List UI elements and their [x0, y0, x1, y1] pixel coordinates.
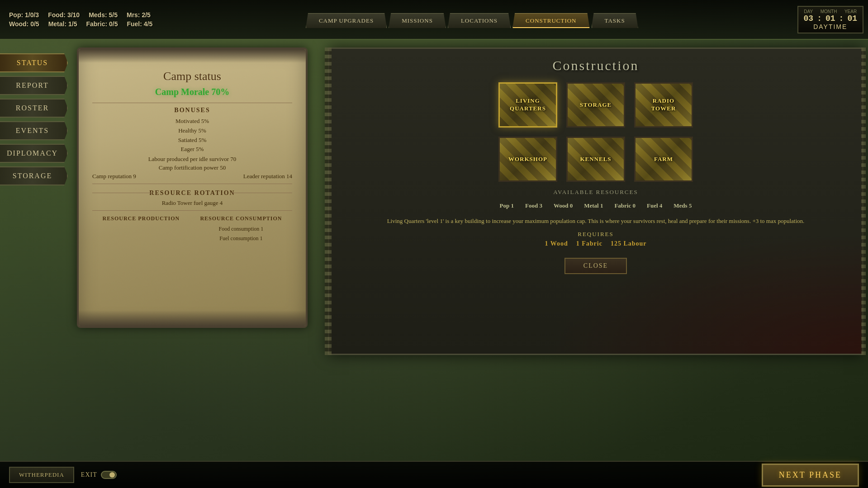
stat-fortification: Camp fortification power 50 [92, 164, 292, 171]
avail-pop: Pop 1 [500, 202, 514, 209]
avail-metal-val: Metal 1 [584, 202, 603, 209]
sidebar-item-diplomacy[interactable]: Diplomacy [0, 144, 68, 163]
camp-reputation: Camp reputation 9 [92, 173, 136, 180]
rotation-title-text: Resource Rotation [149, 190, 235, 196]
resource-consumption-col: Resource Consumption Food consumption 1 … [200, 215, 282, 243]
construction-panel: Construction LivingQuarters Storage Radi… [328, 47, 863, 355]
top-bar: Pop: 1/0/3 Food: 3/10 Meds: 5/5 Mrs: 2/5… [0, 0, 868, 40]
wood-resource: Wood: 0/5 [9, 20, 39, 28]
year-label: Year [844, 9, 857, 14]
datetime-box: Day Month Year 03 : 01 : 01 Daytime [797, 6, 863, 33]
building-farm-label: Farm [654, 156, 673, 163]
nav-missions[interactable]: Missions [389, 13, 446, 28]
fuel-consumption: Fuel consumption 1 [200, 234, 282, 243]
exit-button[interactable]: Exit [81, 471, 117, 479]
metal-resource: Metal: 1/5 [48, 20, 77, 28]
sidebar-item-status[interactable]: Status [0, 53, 68, 72]
resource-production-title: Resource Production [103, 215, 180, 222]
description-box: Living Quarters 'level 1' is a key build… [329, 213, 862, 251]
camp-status-content: Camp status Camp Morale 70% Bonuses Moti… [79, 63, 306, 250]
resources-display: Pop: 1/0/3 Food: 3/10 Meds: 5/5 Mrs: 2/5… [0, 8, 226, 31]
building-kennels-label: Kennels [580, 156, 611, 163]
panel-torn-top [79, 49, 306, 63]
leader-reputation: Leader reputation 14 [243, 173, 292, 180]
bonus-eager: Eager 5% [92, 145, 292, 154]
available-resources-section: Available Resources Pop 1 Food 3 Wood 0 … [329, 189, 862, 213]
avail-meds: Meds 5 [674, 202, 692, 209]
building-living-quarters-label: LivingQuarters [510, 97, 546, 113]
exit-toggle[interactable] [101, 471, 117, 479]
datetime-labels: Day Month Year [804, 9, 857, 14]
resources-row2: Wood: 0/5 Metal: 1/5 Fabric: 0/5 Fuel: 4… [9, 20, 217, 28]
radio-tower-fuel: Radio Tower fuel gauge 4 [92, 199, 292, 207]
sidebar-item-events[interactable]: Events [0, 121, 68, 140]
bonus-satiated: Satiated 5% [92, 136, 292, 145]
building-living-quarters[interactable]: LivingQuarters [498, 82, 557, 128]
fuel-resource: Fuel: 4/5 [127, 20, 152, 28]
available-resources-row: Pop 1 Food 3 Wood 0 Metal 1 Fabric 0 Fue… [329, 199, 862, 213]
bonus-healthy: Healthy 5% [92, 126, 292, 136]
datetime-values: 03 : 01 : 01 [804, 14, 857, 23]
panel-torn-bottom [79, 310, 306, 326]
resource-production-col: Resource Production [103, 215, 180, 243]
production-section: Resource Production Resource Consumption… [92, 215, 292, 243]
resource-consumption-title: Resource Consumption [200, 215, 282, 222]
building-radio-tower-label: RadioTower [651, 97, 676, 113]
nav-locations[interactable]: Locations [448, 13, 511, 28]
food-resource: Food: 3/10 [48, 11, 80, 19]
avail-wood-val: Wood 0 [554, 202, 573, 209]
building-storage[interactable]: Storage [566, 82, 625, 128]
witherpedia-button[interactable]: Witherpedia [9, 467, 74, 483]
nav-camp-upgrades[interactable]: Camp Upgrades [306, 13, 387, 28]
available-resources-title: Available Resources [329, 189, 862, 196]
stat-labour: Labour produced per idle survivor 70 [92, 156, 292, 163]
camp-morale: Camp Morale 70% [92, 87, 292, 97]
requires-items: 1 Wood 1 Fabric 125 Labour [343, 240, 849, 247]
pop-resource: Pop: 1/0/3 [9, 11, 39, 19]
day-value: 03 [804, 14, 814, 23]
building-radio-tower[interactable]: RadioTower [634, 82, 693, 128]
resources-row1: Pop: 1/0/3 Food: 3/10 Meds: 5/5 Mrs: 2/5 [9, 11, 217, 19]
building-farm[interactable]: Farm [634, 137, 693, 182]
next-phase-button[interactable]: Next Phase [762, 464, 859, 487]
description-text: Living Quarters 'level 1' is a key build… [343, 217, 849, 226]
top-navigation: Camp Upgrades Missions Locations Constru… [306, 11, 638, 28]
fabric-resource: Fabric: 0/5 [86, 20, 118, 28]
sidebar-item-storage[interactable]: Storage [0, 166, 68, 185]
construction-title: Construction [329, 49, 862, 78]
daytime-label: Daytime [804, 23, 857, 30]
sidebar-item-roster[interactable]: Roster [0, 99, 68, 118]
food-consumption: Food consumption 1 [200, 224, 282, 233]
stat-reputation: Camp reputation 9 Leader reputation 14 [92, 173, 292, 180]
avail-metal: Metal 1 [584, 202, 603, 209]
month-value: 01 [825, 14, 835, 23]
mrs-resource: Mrs: 2/5 [127, 11, 151, 19]
resource-rotation-title: Resource Rotation [92, 189, 292, 197]
avail-wood: Wood 0 [554, 202, 573, 209]
sidebar-item-report[interactable]: Report [0, 76, 68, 95]
building-storage-label: Storage [580, 101, 612, 109]
year-value: 01 [847, 14, 857, 23]
bottom-bar: Witherpedia Exit Next Phase [0, 461, 868, 488]
avail-fabric: Fabric 0 [614, 202, 636, 209]
sidebar: Status Report Roster Events Diplomacy St… [0, 40, 72, 185]
building-grid: LivingQuarters Storage RadioTower Worksh… [329, 78, 862, 186]
chain-left [325, 47, 332, 355]
resource-rotation-section: Resource Rotation Radio Tower fuel gauge… [92, 189, 292, 207]
nav-tasks[interactable]: Tasks [592, 13, 638, 28]
month-label: Month [821, 9, 837, 14]
bonus-motivated: Motivated 5% [92, 117, 292, 126]
building-workshop[interactable]: Workshop [498, 137, 557, 182]
avail-fuel: Fuel 4 [647, 202, 662, 209]
bonuses-title: Bonuses [92, 107, 292, 114]
chain-right [861, 47, 866, 355]
avail-meds-val: Meds 5 [674, 202, 692, 209]
camp-status-title: Camp status [92, 70, 292, 83]
requires-title: Requires [343, 231, 849, 238]
day-label: Day [804, 9, 813, 14]
avail-pop-val: Pop 1 [500, 202, 514, 209]
avail-food: Food 3 [525, 202, 542, 209]
nav-construction[interactable]: Construction [512, 13, 589, 28]
close-button[interactable]: Close [564, 258, 627, 274]
building-kennels[interactable]: Kennels [566, 137, 625, 182]
